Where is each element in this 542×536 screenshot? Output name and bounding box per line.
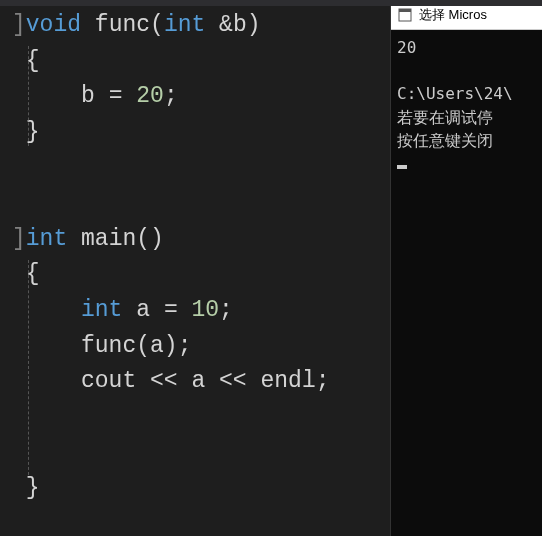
keyword-void: void: [26, 12, 81, 38]
param-b: b: [233, 12, 247, 38]
function-name: main: [81, 226, 136, 252]
console-output[interactable]: 20 C:\Users\24\ 若要在调试停 按任意键关闭: [391, 30, 542, 536]
cursor-icon: [397, 165, 407, 169]
console-title-text: 选择 Micros: [419, 6, 487, 24]
function-name: func: [95, 12, 150, 38]
code-line[interactable]: {: [0, 44, 390, 80]
code-line[interactable]: {: [0, 257, 390, 293]
keyword-int: int: [26, 226, 67, 252]
keyword-int: int: [81, 297, 122, 323]
code-line[interactable]: int a = 10;: [0, 293, 390, 329]
number-literal: 10: [192, 297, 220, 323]
code-editor[interactable]: ]void func(int &b) { b = 20; } ]int main…: [0, 0, 390, 536]
output-path: C:\Users\24\: [397, 84, 513, 103]
code-line[interactable]: b = 20;: [0, 79, 390, 115]
code-line[interactable]: [0, 186, 390, 222]
code-line[interactable]: cout << a << endl;: [0, 364, 390, 400]
code-line[interactable]: }: [0, 471, 390, 507]
code-line[interactable]: }: [0, 115, 390, 151]
code-line[interactable]: [0, 400, 390, 436]
svg-rect-1: [399, 9, 411, 12]
output-line: 按任意键关闭: [397, 131, 493, 150]
code-line[interactable]: func(a);: [0, 329, 390, 365]
console-icon: [397, 7, 413, 23]
output-line: 若要在调试停: [397, 108, 493, 127]
code-line[interactable]: [0, 436, 390, 472]
keyword-int: int: [164, 12, 205, 38]
code-line[interactable]: ]void func(int &b): [0, 8, 390, 44]
number-literal: 20: [136, 83, 164, 109]
code-line[interactable]: ]int main(): [0, 222, 390, 258]
console-window: 选择 Micros 20 C:\Users\24\ 若要在调试停 按任意键关闭: [390, 0, 542, 536]
code-line[interactable]: [0, 151, 390, 187]
output-line: 20: [397, 38, 416, 57]
